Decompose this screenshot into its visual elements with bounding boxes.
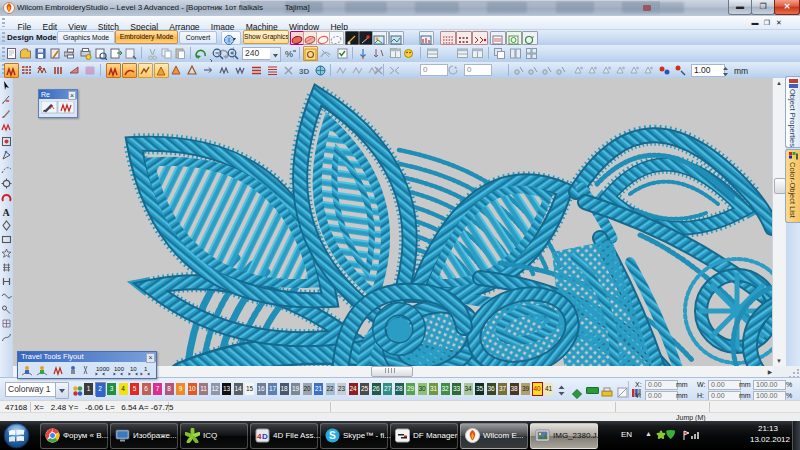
svg-text:10: 10 bbox=[130, 366, 137, 372]
svg-text:A: A bbox=[3, 207, 11, 218]
svg-text:%: % bbox=[285, 49, 293, 59]
svg-text:3D: 3D bbox=[299, 67, 309, 76]
svg-text:S: S bbox=[329, 430, 336, 441]
svg-text:1000: 1000 bbox=[96, 366, 110, 372]
svg-text:1: 1 bbox=[144, 366, 148, 372]
svg-text:D: D bbox=[262, 432, 268, 441]
svg-text:100: 100 bbox=[114, 366, 125, 372]
